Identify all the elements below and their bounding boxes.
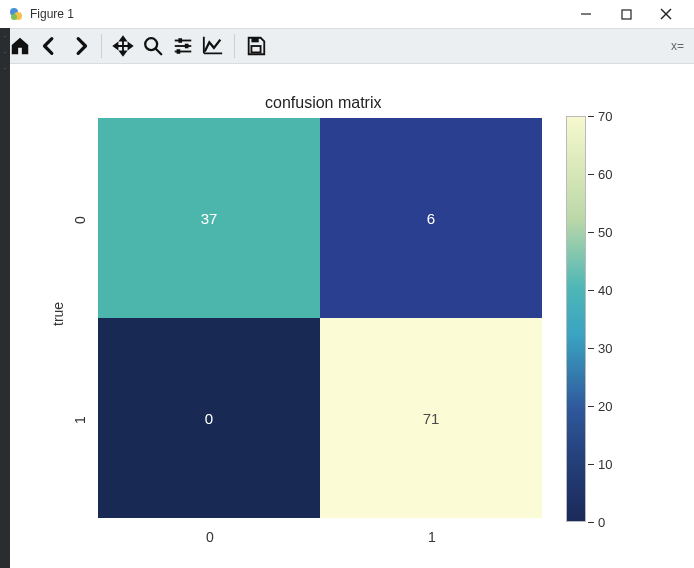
minimize-button[interactable] [566, 0, 606, 28]
y-axis-label: true [50, 302, 66, 326]
window-title: Figure 1 [30, 7, 74, 21]
zoom-icon [142, 35, 164, 57]
colorbar-tick: 20 [588, 399, 612, 413]
home-button[interactable] [6, 32, 34, 60]
svg-rect-10 [178, 38, 182, 43]
maximize-button[interactable] [606, 0, 646, 28]
toolbar-separator [234, 34, 235, 58]
svg-rect-15 [251, 38, 258, 43]
edit-axis-button[interactable] [199, 32, 227, 60]
toolbar: x= [0, 28, 694, 64]
back-button[interactable] [36, 32, 64, 60]
chart-title: confusion matrix [265, 94, 382, 112]
titlebar: Figure 1 [0, 0, 694, 28]
x-tick-0: 0 [200, 529, 220, 545]
home-icon [9, 35, 31, 57]
svg-rect-12 [185, 44, 189, 49]
cell-0-1: 6 [320, 118, 542, 318]
colorbar-tick: 10 [588, 457, 612, 471]
zoom-button[interactable] [139, 32, 167, 60]
adjacent-window-strip: ··· [0, 28, 10, 568]
y-tick-1: 1 [72, 410, 88, 430]
close-icon [660, 8, 672, 20]
sliders-icon [172, 35, 194, 57]
cell-1-0: 0 [98, 318, 320, 518]
plot-area: confusion matrix true 0 1 37 6 0 71 0 1 … [10, 64, 694, 568]
minimize-icon [580, 8, 592, 20]
cell-0-0: 37 [98, 118, 320, 318]
save-button[interactable] [242, 32, 270, 60]
forward-button[interactable] [66, 32, 94, 60]
close-button[interactable] [646, 0, 686, 28]
y-tick-0: 0 [72, 210, 88, 230]
cursor-coords: x= [671, 39, 688, 53]
colorbar-tick: 60 [588, 167, 612, 181]
svg-line-8 [156, 49, 162, 55]
colorbar-tick: 70 [588, 109, 612, 123]
app-icon [8, 6, 24, 22]
colorbar-tick: 50 [588, 225, 612, 239]
colorbar-tick: 40 [588, 283, 612, 297]
svg-rect-16 [251, 46, 260, 52]
svg-rect-4 [622, 10, 631, 19]
toolbar-separator [101, 34, 102, 58]
maximize-icon [621, 9, 632, 20]
arrow-left-icon [39, 35, 61, 57]
colorbar-tick: 0 [588, 515, 605, 529]
colorbar [566, 116, 586, 522]
configure-subplots-button[interactable] [169, 32, 197, 60]
heatmap[interactable]: 37 6 0 71 [98, 118, 542, 518]
colorbar-tick: 30 [588, 341, 612, 355]
pan-button[interactable] [109, 32, 137, 60]
move-icon [112, 35, 134, 57]
cell-1-1: 71 [320, 318, 542, 518]
save-icon [245, 35, 267, 57]
arrow-right-icon [69, 35, 91, 57]
svg-rect-14 [177, 49, 181, 54]
svg-point-2 [11, 14, 17, 20]
x-tick-1: 1 [422, 529, 442, 545]
axis-edit-icon [202, 35, 224, 57]
